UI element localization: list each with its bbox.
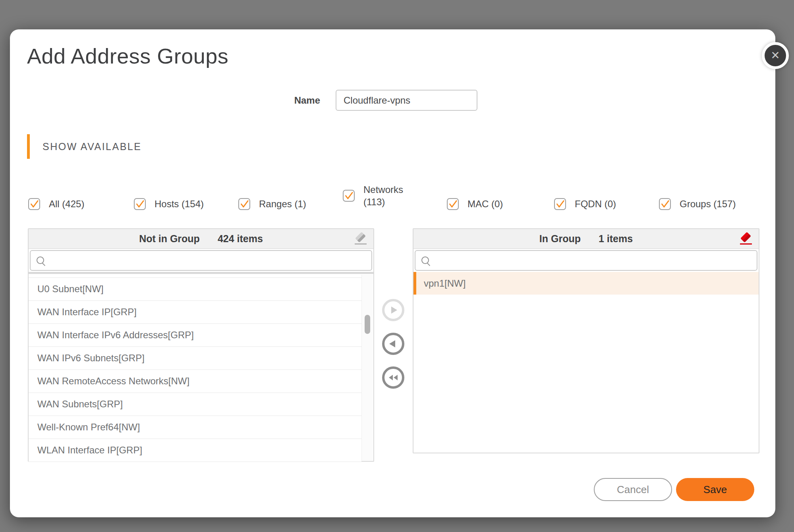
filter-all: All (425) [28,198,84,210]
filter-label: Groups (157) [680,198,736,210]
list-item[interactable]: WAN IPv6 Subnets[GRP] [29,347,361,370]
search-icon [421,256,431,266]
move-left-button[interactable] [382,333,404,355]
not-in-group-panel: Not in Group 424 items U0 Subnet[NW] WAN… [28,228,374,462]
panel-title: In Group [539,233,581,245]
double-arrow-left-icon [388,372,399,383]
arrow-right-icon [388,305,398,315]
move-all-left-button[interactable] [382,366,404,389]
not-in-group-header: Not in Group 424 items [29,229,373,249]
check-icon [448,199,458,209]
clear-selection-icon[interactable] [354,232,368,246]
filter-ranges: Ranges (1) [238,198,306,210]
list-item[interactable]: WAN Subnets[GRP] [29,393,361,416]
checkbox-networks[interactable] [343,190,355,202]
search-input[interactable] [435,251,755,270]
list-item-label: Well-Known Pref64[NW] [37,422,140,432]
search-icon [36,256,46,266]
filter-label: Hosts (154) [155,198,204,210]
name-field[interactable] [336,90,477,111]
check-icon [135,199,145,209]
add-address-groups-dialog: Add Address Groups ✕ Name SHOW AVAILABLE… [10,29,775,517]
in-group-search [415,250,757,271]
partial-row [29,274,361,278]
list-item-label: WAN IPv6 Subnets[GRP] [37,353,145,363]
checkbox-mac[interactable] [447,198,459,210]
list-item[interactable]: WAN RemoteAccess Networks[NW] [29,370,361,393]
list-item-label: WAN RemoteAccess Networks[NW] [37,376,189,386]
list-item-label: WLAN Interface IP[GRP] [37,445,142,455]
checkbox-groups[interactable] [659,198,671,210]
not-in-group-list: U0 Subnet[NW] WAN Interface IP[GRP] WAN … [29,274,361,462]
filter-networks: Networks (113) [343,183,410,208]
list-item-label: WAN Subnets[GRP] [37,399,123,409]
cancel-label: Cancel [617,484,649,496]
selection-indicator [413,272,416,295]
list-item-label: vpn1[NW] [424,278,466,289]
panel-title: Not in Group [139,233,200,245]
filter-label: Networks (113) [363,183,410,208]
save-label: Save [703,484,727,496]
list-item[interactable]: WLAN Interface IP[GRP] [29,439,361,462]
panel-count: 1 items [599,233,633,245]
section-accent-bar [27,134,30,159]
filter-label: FQDN (0) [575,198,616,210]
scrollbar-track[interactable] [361,275,373,461]
filter-label: Ranges (1) [259,198,306,210]
cancel-button[interactable]: Cancel [594,478,672,501]
filter-mac: MAC (0) [447,198,503,210]
selected-list-item[interactable]: vpn1[NW] [413,272,759,295]
list-item-label: WAN Interface IPv6 Addresses[GRP] [37,330,194,340]
check-icon [555,199,565,209]
section-header: SHOW AVAILABLE [43,134,141,159]
check-icon [239,199,249,209]
filter-label: All (425) [49,198,84,210]
page-title: Add Address Groups [27,44,228,68]
close-button[interactable]: ✕ [762,42,789,69]
panel-count: 424 items [218,233,263,245]
name-label: Name [278,90,320,111]
filter-groups: Groups (157) [659,198,736,210]
scrollbar-thumb[interactable] [365,315,370,334]
list-item[interactable]: U0 Subnet[NW] [29,278,361,301]
search-input[interactable] [50,251,370,270]
checkbox-ranges[interactable] [238,198,250,210]
modal-backdrop: { "dialog": { "title": "Add Address Grou… [0,0,794,532]
arrow-left-icon [388,339,398,349]
in-group-header: In Group 1 items [413,229,759,249]
not-in-group-search [30,250,372,271]
checkbox-fqdn[interactable] [554,198,566,210]
in-group-list: vpn1[NW] [413,272,759,295]
filter-label: MAC (0) [468,198,503,210]
checkbox-all[interactable] [28,198,40,210]
remove-all-icon[interactable] [739,232,753,246]
list-item-label: U0 Subnet[NW] [37,283,104,294]
list-item[interactable]: WAN Interface IPv6 Addresses[GRP] [29,324,361,347]
check-icon [29,199,39,209]
filter-fqdn: FQDN (0) [554,198,616,210]
checkbox-hosts[interactable] [134,198,146,210]
close-icon: ✕ [771,50,780,61]
list-item[interactable]: WAN Interface IP[GRP] [29,301,361,324]
list-item[interactable]: Well-Known Pref64[NW] [29,416,361,439]
in-group-panel: In Group 1 items vpn1[NW] [413,228,759,453]
check-icon [660,199,670,209]
save-button[interactable]: Save [676,478,754,501]
move-right-button[interactable] [382,299,404,321]
check-icon [344,191,354,201]
filter-hosts: Hosts (154) [134,198,204,210]
list-item-label: WAN Interface IP[GRP] [37,306,137,317]
